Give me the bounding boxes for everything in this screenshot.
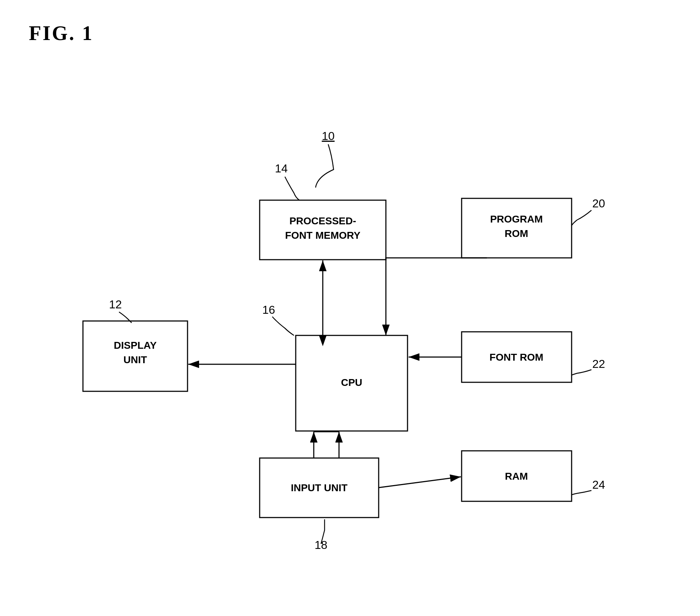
program-rom-label1: PROGRAM: [490, 214, 543, 225]
ram-label: RAM: [505, 471, 528, 482]
ref-24: 24: [592, 478, 605, 491]
diagram-svg: PROCESSED- FONT MEMORY CPU DISPLAY UNIT …: [0, 0, 700, 616]
program-rom-label2: ROM: [505, 228, 528, 239]
font-rom-label: FONT ROM: [489, 352, 543, 363]
arrow-program-rom-to-cpu: [386, 258, 487, 335]
ref-22-curve: [572, 370, 591, 375]
ref-18: 18: [314, 538, 327, 551]
arrow-input-to-ram: [379, 477, 461, 488]
display-unit-label2: UNIT: [123, 354, 147, 365]
ref-10-curve: [316, 144, 334, 188]
ref-16: 16: [262, 303, 275, 316]
input-unit-label: INPUT UNIT: [291, 482, 347, 493]
ref-20: 20: [592, 197, 605, 210]
ref-14-curve: [285, 177, 299, 200]
ref-22: 22: [592, 357, 605, 370]
processed-font-memory-label1: PROCESSED-: [289, 215, 356, 226]
ref-10: 10: [322, 129, 335, 142]
ref-12: 12: [109, 298, 122, 311]
display-unit-label1: DISPLAY: [114, 340, 157, 351]
ref-14: 14: [275, 162, 288, 175]
cpu-label: CPU: [341, 377, 362, 388]
processed-font-memory-label2: FONT MEMORY: [285, 230, 361, 241]
ref-20-curve: [572, 210, 591, 225]
ref-24-curve: [572, 490, 591, 495]
ref-16-curve: [272, 317, 294, 335]
